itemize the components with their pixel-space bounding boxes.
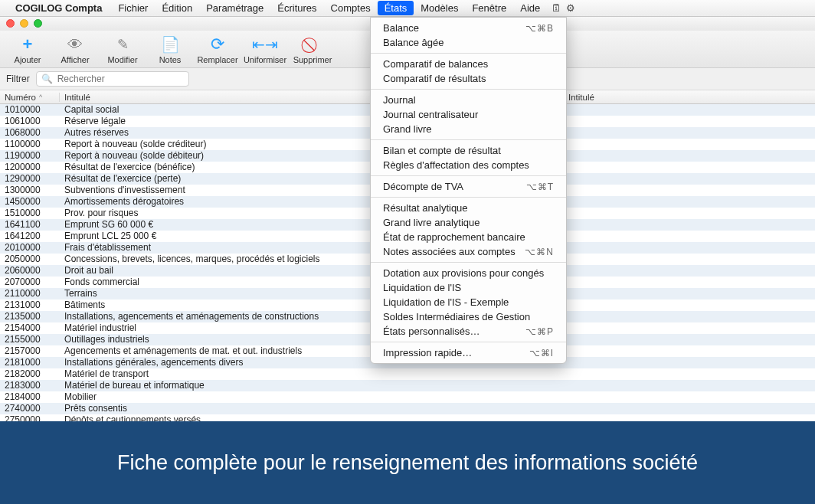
menu-item-label: Grand livre (383, 123, 432, 135)
table-row[interactable]: 2750000Dépôts et cautionnements versés (0, 414, 815, 421)
etats-menu-dropdown: Balance⌥⌘BBalance âgéeComparatif de bala… (370, 17, 567, 364)
cell-numero: 2060000 (0, 265, 60, 277)
menu-item-label: Journal (383, 94, 416, 106)
plus-icon: + (18, 35, 37, 54)
cell-numero: 2070000 (0, 277, 60, 288)
menu-item[interactable]: Résultat analytique (371, 201, 566, 215)
cell-numero: 1190000 (0, 150, 60, 162)
column-numero[interactable]: Numéro ^ (0, 93, 60, 102)
menu-item[interactable]: Impression rapide…⌥⌘I (371, 345, 566, 360)
app-name[interactable]: COGILOG Compta (15, 2, 102, 14)
column-intitule[interactable]: Intitulé (60, 93, 90, 102)
column-intitule-label: Intitulé (64, 93, 90, 102)
menu-item[interactable]: État de rapprochement bancaire (371, 230, 566, 244)
cell-intitule: Emprunt LCL 25 000 € (60, 231, 156, 242)
cell-intitule: Fonds commercial (60, 277, 139, 288)
cell-intitule: Prov. pour risques (60, 208, 139, 219)
cell-numero: 1641100 (0, 219, 60, 231)
menu-item[interactable]: Bilan et compte de résultat (371, 143, 566, 158)
table-row[interactable]: 2184000Mobilier (0, 391, 815, 403)
menu-item-label: Dotation aux provisions pour congés (383, 267, 544, 279)
cell-intitule: Autres réserves (60, 127, 129, 139)
menu-separator (371, 53, 566, 54)
menu-item-label: Balance (383, 22, 419, 34)
search-input-wrap[interactable]: 🔍 (36, 71, 189, 87)
column-intitule-label-2: Intitulé (568, 93, 594, 102)
eye-icon: 👁 (66, 35, 84, 54)
menu-item[interactable]: États personnalisés…⌥⌘P (371, 324, 566, 339)
menu-item[interactable]: Liquidation de l'IS (371, 280, 566, 295)
gear-icon[interactable]: ⚙ (566, 2, 575, 14)
cell-numero: 2740000 (0, 403, 60, 414)
toolbar-label: Afficher (61, 55, 89, 64)
menu-item[interactable]: Décompte de TVA⌥⌘T (371, 179, 566, 194)
cell-intitule: Prêts consentis (60, 403, 127, 414)
menu-item[interactable]: Comparatif de balances (371, 57, 566, 71)
menu-item-label: États personnalisés… (383, 326, 480, 337)
toolbar-remplacer-button[interactable]: ⟳Remplacer (195, 34, 241, 66)
cell-intitule: Mobilier (60, 391, 97, 403)
table-row[interactable]: 2740000Prêts consentis (0, 403, 815, 414)
menu-item-label: Règles d'affectation des comptes (383, 159, 529, 171)
cell-numero: 1300000 (0, 185, 60, 196)
menu-édition[interactable]: Édition (155, 1, 199, 15)
menu-modèles[interactable]: Modèles (414, 1, 465, 15)
cell-numero: 1010000 (0, 104, 60, 116)
menu-comptes[interactable]: Comptes (324, 1, 378, 15)
menu-item-label: Bilan et compte de résultat (383, 145, 501, 156)
menu-item[interactable]: Notes associées aux comptes⌥⌘N (371, 244, 566, 259)
toolbar-label: Uniformiser (244, 55, 286, 64)
notes-icon: 📄 (161, 35, 179, 54)
zoom-window-icon[interactable] (34, 19, 42, 28)
table-row[interactable]: 2183000Matériel de bureau et informatiqu… (0, 380, 815, 391)
window-controls (6, 19, 42, 28)
menu-item-shortcut: ⌥⌘N (525, 247, 554, 257)
menu-item[interactable]: Journal (371, 93, 566, 107)
menu-separator (371, 175, 566, 176)
menu-item-shortcut: ⌥⌘T (526, 182, 554, 192)
cell-numero: 2131000 (0, 299, 60, 311)
menu-fichier[interactable]: Fichier (111, 1, 155, 15)
menu-item-shortcut: ⌥⌘B (525, 23, 554, 34)
search-input[interactable] (56, 73, 184, 85)
cell-numero: 1290000 (0, 173, 60, 185)
del-icon: ⃠ (303, 35, 322, 54)
minimize-window-icon[interactable] (20, 19, 28, 28)
toolbar-label: Ajouter (15, 55, 41, 64)
menu-paramétrage[interactable]: Paramétrage (199, 1, 270, 15)
menu-item[interactable]: Dotation aux provisions pour congés (371, 266, 566, 280)
menu-item[interactable]: Comparatif de résultats (371, 71, 566, 86)
cell-intitule: Bâtiments (60, 299, 105, 311)
menu-item[interactable]: Soldes Intermédiaires de Gestion (371, 309, 566, 324)
slide-caption: Fiche complète pour le renseignement des… (0, 421, 815, 504)
menu-écritures[interactable]: Écritures (270, 1, 323, 15)
table-row[interactable]: 2182000Matériel de transport (0, 368, 815, 380)
toolbar-modifier-button[interactable]: ✎Modifier (100, 34, 146, 66)
menu-item[interactable]: Balance âgée (371, 35, 566, 50)
toolbar-notes-button[interactable]: 📄Notes (147, 34, 193, 66)
close-window-icon[interactable] (6, 19, 15, 28)
menu-item[interactable]: Règles d'affectation des comptes (371, 158, 566, 172)
menu-item[interactable]: Journal centralisateur (371, 107, 566, 122)
toolbar-afficher-button[interactable]: 👁Afficher (52, 34, 98, 66)
menu-états[interactable]: États (378, 1, 414, 15)
calendar-icon[interactable]: 🗓 (552, 2, 561, 14)
menu-item-label: Soldes Intermédiaires de Gestion (383, 311, 530, 322)
cell-intitule: Outillages industriels (60, 334, 149, 345)
menu-item[interactable]: Liquidation de l'IS - Exemple (371, 295, 566, 309)
cell-intitule: Matériel de transport (60, 368, 149, 380)
toolbar-supprimer-button[interactable]: ⃠Supprimer (290, 34, 335, 66)
slide-caption-text: Fiche complète pour le renseignement des… (117, 451, 698, 475)
column-intitule-2[interactable]: Intitulé (564, 93, 594, 102)
menu-item-label: Résultat analytique (383, 202, 468, 214)
menu-item[interactable]: Balance⌥⌘B (371, 21, 566, 35)
menu-item[interactable]: Grand livre analytique (371, 215, 566, 230)
toolbar-ajouter-button[interactable]: +Ajouter (5, 34, 51, 66)
filter-label: Filtrer (6, 74, 30, 84)
cell-intitule: Installations générales, agencements div… (60, 357, 243, 368)
menu-fenêtre[interactable]: Fenêtre (465, 1, 513, 15)
toolbar-uniformiser-button[interactable]: ⇤⇥Uniformiser (242, 34, 288, 66)
cell-intitule: Résultat de l'exercice (bénéfice) (60, 162, 195, 173)
menu-aide[interactable]: Aide (513, 1, 547, 15)
menu-item[interactable]: Grand livre (371, 122, 566, 136)
